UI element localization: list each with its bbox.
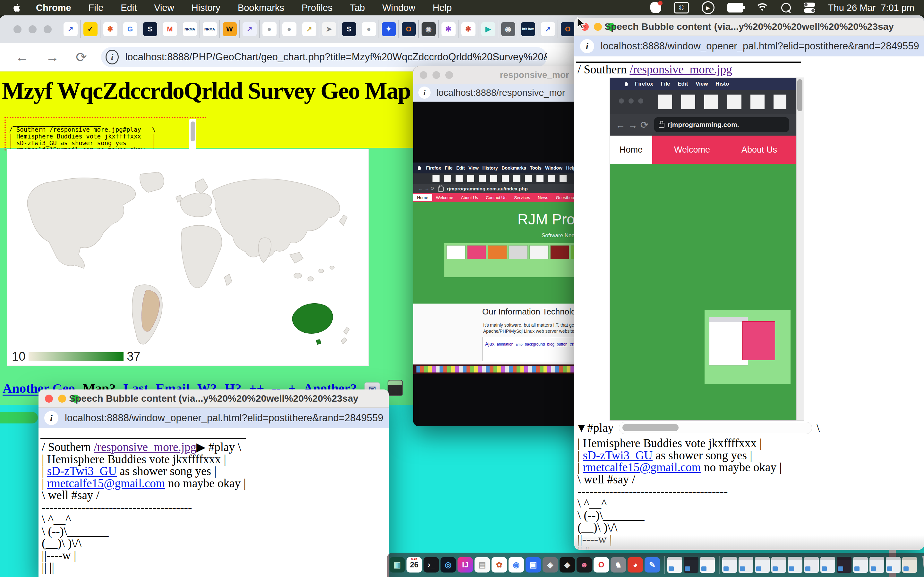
dock-minimized-window[interactable] — [853, 557, 868, 573]
browser-tab[interactable]: NRMA — [180, 20, 200, 38]
window-switcher-icon[interactable]: ⌘ — [674, 2, 689, 13]
dock-minimized-window[interactable] — [722, 557, 737, 573]
recording-app-icon[interactable] — [650, 2, 661, 13]
menu-item[interactable]: Tab — [350, 3, 365, 13]
rjm-thumbnail[interactable] — [467, 245, 486, 259]
browser-tab[interactable]: ↗ — [299, 20, 319, 38]
dock-app-icon[interactable]: ▥ — [389, 557, 405, 572]
browser-tab[interactable]: ➤ — [319, 20, 339, 38]
browser-tab[interactable]: ◉ — [498, 20, 518, 38]
browser-tab[interactable]: ↗ — [240, 20, 260, 38]
browser-tab[interactable]: ● — [359, 20, 379, 38]
speech-bubble-textarea[interactable]: ________________________/ Southern /resp… — [9, 119, 186, 150]
tag-cloud-link[interactable]: animation — [497, 342, 513, 347]
browser-tab[interactable]: ↗ — [538, 20, 558, 38]
browser-tab[interactable]: NRMA — [200, 20, 220, 38]
speech-titlebar[interactable]: Speech Bubble content (via...y%20%20%20w… — [39, 390, 389, 408]
dock-app-icon[interactable]: ›_ — [423, 557, 439, 572]
dock-app-icon[interactable]: ▣ — [525, 557, 541, 572]
dock-app-icon[interactable]: ◉ — [509, 557, 524, 572]
tag-cloud-link[interactable]: Ajax — [485, 341, 494, 347]
screen-mirroring-icon[interactable]: ▶ — [702, 2, 714, 13]
site-info-icon[interactable]: i — [580, 39, 594, 53]
site-info-icon[interactable]: i — [44, 411, 58, 425]
responsive-more-link[interactable]: /responsive_more.jpg — [630, 63, 732, 76]
browser-tab[interactable]: G — [120, 20, 140, 38]
window-controls-inactive[interactable] — [13, 25, 52, 33]
address-bar[interactable]: i localhost:8888/PHP/GeoChart/geo_chart.… — [101, 47, 547, 67]
menu-item[interactable]: Bookmarks — [238, 3, 284, 13]
responsive-titlebar[interactable]: responsive_mor — [413, 66, 593, 84]
rjm-nav-tab[interactable]: Home — [413, 194, 432, 201]
rjm-nav-about[interactable]: About Us — [741, 135, 777, 164]
geo-map[interactable]: 10 37 — [7, 149, 368, 366]
browser-tab[interactable]: S — [140, 20, 160, 38]
dock-minimized-window[interactable] — [902, 557, 917, 573]
browser-tab[interactable]: ◉ — [419, 20, 439, 38]
dock-app-icon[interactable]: ♞ — [611, 557, 626, 572]
browser-tab[interactable]: ✓ — [81, 20, 100, 38]
dock-app-icon[interactable]: ✿ — [491, 557, 507, 572]
spotlight-icon[interactable] — [781, 2, 791, 13]
rjm-nav-welcome[interactable]: Welcome — [674, 135, 710, 164]
speech-urlbar[interactable]: i localhost:8888/window_opener_pal.html?… — [39, 408, 389, 428]
rjm-thumbnail[interactable] — [509, 245, 528, 259]
tag-cloud-link[interactable]: amp — [515, 342, 522, 346]
dock-minimized-window[interactable] — [869, 557, 884, 573]
dock-app-icon[interactable]: ◕ — [628, 557, 643, 572]
dock-document-preview[interactable] — [700, 557, 715, 573]
bubble-scrollbar[interactable] — [189, 119, 196, 150]
browser-tab[interactable]: ✱ — [459, 20, 478, 38]
browser-tab[interactable]: O — [399, 20, 419, 38]
forward-button[interactable]: → — [45, 49, 59, 65]
menu-item[interactable]: View — [154, 3, 174, 13]
dock-app-icon[interactable]: ✎ — [645, 557, 660, 572]
rjm-nav-tab[interactable]: About Us — [457, 194, 482, 201]
browser-tab[interactable]: ↗ — [61, 20, 81, 38]
rjm-nav-tab[interactable]: Welcome — [432, 194, 457, 201]
embedded-vertical-scrollbar[interactable] — [796, 77, 804, 421]
menu-app-name[interactable]: Chrome — [36, 3, 71, 13]
browser-tab[interactable]: ✱ — [439, 20, 459, 38]
responsive-more-link[interactable]: /responsive_more.jpg — [94, 440, 196, 454]
rjm-thumbnail[interactable] — [446, 245, 465, 259]
dock-document-preview[interactable] — [684, 557, 698, 573]
browser-tab[interactable]: M — [160, 20, 180, 38]
menu-clock[interactable]: Thu 26 Mar 7:01 pm — [828, 3, 914, 13]
dock-minimized-window[interactable] — [821, 557, 835, 573]
speech-titlebar[interactable]: × Speech Bubble content (via...y%20%20%2… — [574, 18, 924, 36]
rjm-thumbnail[interactable] — [488, 245, 507, 259]
dock-app-icon[interactable]: ◎ — [441, 557, 456, 572]
url-text[interactable]: localhost:8888/window_opener_pal.html?el… — [601, 40, 919, 52]
menu-item[interactable]: History — [192, 3, 220, 13]
dock-minimized-window[interactable] — [771, 557, 786, 573]
url-text[interactable]: localhost:8888/window_opener_pal.html?el… — [65, 412, 383, 424]
browser-tab[interactable]: ● — [279, 20, 299, 38]
responsive-urlbar[interactable]: i localhost:8888/responsive_mor — [413, 84, 593, 102]
dock-minimized-window[interactable] — [738, 557, 753, 573]
wifi-icon[interactable] — [756, 2, 768, 13]
reload-button[interactable]: ⟳ — [76, 49, 87, 65]
rjm-nav-tab[interactable]: Services — [510, 194, 534, 201]
dock-app-icon[interactable]: ▤ — [475, 557, 490, 572]
site-info-icon[interactable]: i — [105, 50, 119, 64]
menu-item[interactable]: Help — [433, 3, 452, 13]
apple-menu-icon[interactable] — [13, 3, 24, 13]
dock-minimized-window[interactable] — [804, 557, 819, 573]
site-info-icon[interactable]: i — [418, 87, 431, 99]
email-link[interactable]: rmetcalfe15@gmail.com — [583, 461, 701, 474]
browser-tab[interactable]: S — [339, 20, 359, 38]
dock-minimized-window[interactable] — [837, 557, 851, 573]
dock-minimized-window[interactable] — [788, 557, 803, 573]
browser-tab[interactable]: ✱ — [100, 20, 120, 38]
rjm-thumbnail[interactable] — [529, 245, 549, 259]
rjm-nav-tab[interactable]: Contact Us — [482, 194, 510, 201]
browser-tab[interactable]: ✦ — [379, 20, 399, 38]
menu-item[interactable]: File — [89, 3, 103, 13]
browser-tab[interactable]: ● — [260, 20, 279, 38]
dock-app-icon[interactable]: ◆ — [559, 557, 575, 572]
battery-icon[interactable] — [727, 2, 743, 13]
speech-urlbar[interactable]: i localhost:8888/window_opener_pal.html?… — [574, 36, 924, 56]
tag-cloud-link[interactable]: button — [557, 342, 567, 347]
browser-tab[interactable]: brit box — [518, 20, 538, 38]
